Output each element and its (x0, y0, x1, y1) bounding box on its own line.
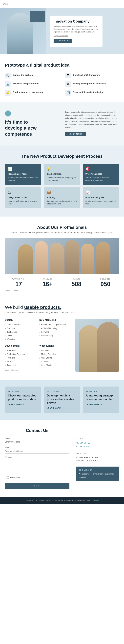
process-card-desc-4: Once you have a product prototype you're… (46, 200, 77, 205)
info-card-1-link[interactable]: LEARN MORE → (47, 407, 77, 409)
process-card-title-4: Sourcing (46, 196, 77, 199)
usable-headline-block: We build usable products. Lorem ipsum do… (5, 305, 119, 314)
process-card-0: 📊 Research user needs Discover pain poin… (5, 164, 41, 185)
process-card-2: 🎯 Prototype an Idea Validate ideas with … (83, 164, 119, 185)
info-card-2-category: MARKETING (86, 390, 116, 392)
info-card-2-title: A marketing strategy refers to learn a p… (86, 394, 116, 401)
contact-section: Contact Us Name Email Message I accept t… (0, 420, 124, 497)
hero-person-figure (7, 13, 33, 54)
hero-title: Innovation Company (54, 19, 99, 24)
mission-box-label: OUR MISSION (79, 469, 117, 471)
process-card-desc-3: Launch an MVP with a way to close your d… (7, 200, 38, 205)
captcha-checkbox-area[interactable]: I accept the (5, 475, 22, 480)
contact-form-container: Contact Us Name Email Message I accept t… (5, 428, 69, 489)
email-input[interactable] (5, 449, 69, 454)
process-card-desc-1: Become a closer thinker using designate … (46, 176, 77, 182)
proto-label-0: Explore the problem (12, 73, 33, 76)
stat-projects-value: 950 (92, 281, 119, 288)
hamburger-menu-icon[interactable]: ☰ (118, 2, 121, 6)
list-item: ›After Effects (39, 363, 70, 367)
team-silhouette-1 (18, 244, 33, 274)
list-item: ›Keyword (39, 330, 70, 334)
person-silhouette-right (97, 322, 119, 372)
info-card-2-link[interactable]: LEARN MORE → (86, 404, 116, 406)
list-item: ›Search Engine Optimisation (39, 323, 70, 326)
process-card-desc-5: Smarter way to manage your product and m… (86, 200, 117, 205)
usable-subtitle: Lorem ipsum dolor sit, consectetur some … (5, 311, 119, 314)
list-col-seo-items: ›Search Engine Optimisation ›Affiliate M… (39, 323, 70, 338)
proto-item-5: 🔄 Before a full product redesign (65, 90, 119, 96)
list-col-dev-title: Development (5, 344, 36, 347)
list-item: ›Illustrations (5, 330, 36, 334)
stat-projects-label: PROJECTS (92, 278, 119, 280)
proto-item-1: 🖼 Construct a UX framework (65, 73, 119, 78)
proto-label-1: Construct a UX framework (73, 73, 100, 76)
process-section: The New Product Development Process 📊 Re… (0, 146, 124, 216)
usable-photo-area (75, 318, 119, 372)
proto-item-2: 🔬 Research and preparation (5, 81, 59, 87)
process-card-5: 📈 Build Marketing Plan Smarter way to ma… (83, 188, 119, 208)
process-card-icon-2: 🎯 (86, 167, 117, 171)
prototype-section: Prototype a digital product idea 🔍 Explo… (0, 54, 124, 102)
info-card-0-link[interactable]: LEARN MORE → (8, 404, 38, 406)
hero-cta-button[interactable]: LEARN MORE (54, 38, 72, 43)
list-item: ›Motion Graphics (39, 352, 70, 356)
develop-heading: It's time to develop a new competence (5, 119, 59, 137)
usable-headline-plain: We build (5, 305, 23, 310)
footer-link[interactable]: wix.com (93, 500, 99, 501)
contact-block-location: LOCATION 27 Rock Area, 27 MineralNew Yor… (76, 453, 119, 462)
process-section-title: The New Product Development Process (5, 154, 119, 159)
location-address: 27 Rock Area, 27 MineralNew York, NY 101… (76, 456, 119, 462)
proto-icon-5: 🔄 (65, 90, 71, 96)
stats-row: AWARDS WON 17 XP YEARS 16+ CLIENTS 508 P… (5, 278, 119, 288)
captcha-checkbox[interactable] (7, 476, 9, 478)
contact-info-panel: CALL US +91-766-767-91+1-056-96-1461 LOC… (76, 428, 119, 489)
process-card-desc-2: Validate ideas with an interactive proto… (86, 176, 117, 182)
team-silhouette-4 (64, 240, 79, 274)
usable-content: Design ›Product Mockup ›Branding ›Illust… (5, 318, 119, 372)
hero-teal-box (30, 10, 45, 22)
list-col-seo-title: SEO Marketing (39, 318, 70, 321)
usable-section: We build usable products. Lorem ipsum do… (0, 296, 124, 380)
proto-label-2: Research and preparation (12, 81, 39, 85)
process-card-title-3: Design a new product (7, 196, 38, 199)
professionals-section: About Our Proffesionals We are a team of… (0, 216, 124, 296)
contact-block-mission: OUR MISSION We support people that endor… (76, 466, 119, 481)
develop-body: Lorem ipsum dolor sit amet, consectetur … (65, 110, 119, 129)
process-card-title-0: Research user needs (7, 173, 38, 175)
team-photo-container (5, 238, 119, 274)
footer: Sample text. Click to select the text bo… (0, 497, 124, 504)
stat-clients: CLIENTS 508 (63, 278, 90, 288)
location-label: LOCATION (76, 453, 119, 454)
develop-accent-dot (5, 110, 11, 116)
stat-clients-label: CLIENTS (63, 278, 90, 280)
list-col-design: Design ›Product Mockup ›Branding ›Illust… (5, 318, 36, 341)
stat-years: XP YEARS 16+ (34, 278, 61, 288)
proto-label-5: Before a full product redesign (73, 90, 104, 94)
list-col-video-title: Video Editing (39, 344, 70, 347)
list-col-video-items: ›Animation ›Motion Graphics ›After Effec… (39, 349, 70, 367)
info-card-1-title: Development is a process that creates gr… (47, 394, 77, 405)
develop-left: It's time to develop a new competence (5, 110, 59, 137)
process-card-desc-0: Discover pain points and understand user… (7, 176, 38, 182)
list-col-video: Video Editing ›Animation ›Motion Graphic… (39, 344, 70, 367)
submit-button[interactable]: SUBMIT (5, 483, 69, 489)
list-item: ›After Effects (39, 356, 70, 360)
hero-section: Innovation Company Duis aute more dolor … (0, 8, 124, 54)
name-input[interactable] (5, 440, 69, 444)
email-label: Email (5, 446, 69, 448)
list-item: ›Front-end (5, 356, 36, 360)
develop-cta-button[interactable]: LEARN MORE (65, 132, 86, 136)
hero-content-box: Innovation Company Duis aute more dolor … (50, 16, 103, 47)
list-item: ›Javascript (5, 363, 36, 367)
call-us-label: CALL US (76, 438, 119, 440)
team-silhouette-5 (81, 244, 94, 274)
stat-years-label: XP YEARS (34, 278, 61, 280)
proto-label-4: Fundraising for a new startup (12, 90, 43, 94)
usable-headline-bold: usable products. (24, 305, 61, 310)
message-textarea[interactable] (5, 458, 69, 472)
stat-awards: AWARDS WON 17 (5, 278, 32, 288)
hero-image-area (0, 8, 46, 54)
proto-icon-4: 💰 (5, 90, 10, 96)
list-item: ›Article Writing (39, 334, 70, 338)
